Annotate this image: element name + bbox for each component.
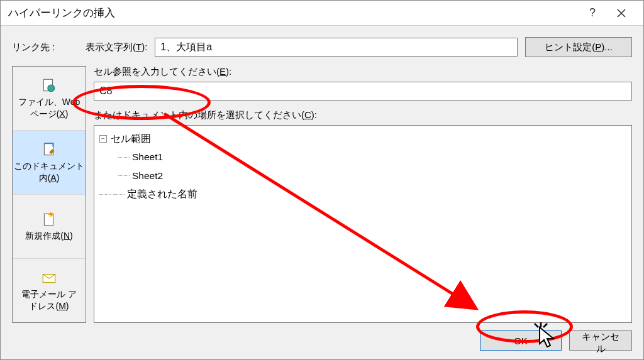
dialog-body: リンク先 : 表示文字列(T): ヒント設定(P)... ファイル、Web ペー…: [1, 26, 643, 359]
top-row: リンク先 : 表示文字列(T): ヒント設定(P)...: [12, 37, 632, 57]
tree-node-sheet2[interactable]: Sheet2: [118, 166, 626, 185]
cell-ref-label: セル参照を入力してください(E):: [94, 66, 632, 78]
sidebar-item-email[interactable]: 電子メール ア ドレス(M): [13, 259, 86, 322]
tree-children: Sheet1 Sheet2: [118, 148, 626, 185]
new-document-icon: [41, 211, 57, 227]
document-place-tree[interactable]: − セル範囲 Sheet1 Sheet2 定義された名前: [94, 125, 632, 323]
sidebar-item-new-document[interactable]: 新規作成(N): [13, 195, 86, 259]
link-to-sidebar: ファイル、Web ページ(X) このドキュメント 内(A) 新規作成(N) 電子…: [12, 66, 86, 323]
email-icon: [41, 270, 57, 286]
screentip-button[interactable]: ヒント設定(P)...: [525, 37, 632, 57]
tree-node-cell-range[interactable]: − セル範囲: [99, 129, 626, 148]
doc-place-label: またはドキュメント内の場所を選択してください(C):: [94, 109, 632, 121]
close-button[interactable]: [607, 3, 636, 23]
help-button[interactable]: ?: [578, 3, 607, 23]
file-web-icon: [41, 77, 57, 94]
this-document-icon: [41, 141, 57, 158]
content-area: ファイル、Web ページ(X) このドキュメント 内(A) 新規作成(N) 電子…: [12, 66, 632, 323]
collapse-icon[interactable]: −: [99, 135, 107, 143]
display-text-label: 表示文字列(T):: [86, 41, 147, 53]
svg-point-1: [48, 85, 55, 92]
main-panel: セル参照を入力してください(E): またはドキュメント内の場所を選択してください…: [94, 66, 632, 323]
sidebar-item-file-web[interactable]: ファイル、Web ページ(X): [13, 67, 86, 131]
insert-hyperlink-dialog: ハイパーリンクの挿入 ? リンク先 : 表示文字列(T): ヒント設定(P)..…: [0, 0, 644, 360]
ok-button[interactable]: OK: [480, 330, 562, 351]
dialog-title: ハイパーリンクの挿入: [8, 6, 578, 20]
cancel-button[interactable]: キャンセル: [569, 330, 632, 351]
dialog-footer: OK キャンセル: [480, 330, 632, 351]
tree-node-sheet1[interactable]: Sheet1: [118, 148, 626, 166]
tree-node-defined-names[interactable]: 定義された名前: [99, 185, 626, 203]
cell-ref-input[interactable]: [94, 82, 632, 101]
link-to-label: リンク先 :: [12, 41, 78, 53]
sidebar-item-this-document[interactable]: このドキュメント 内(A): [13, 131, 86, 195]
close-icon: [617, 9, 626, 18]
titlebar: ハイパーリンクの挿入 ?: [1, 1, 643, 26]
display-text-input[interactable]: [155, 38, 518, 57]
